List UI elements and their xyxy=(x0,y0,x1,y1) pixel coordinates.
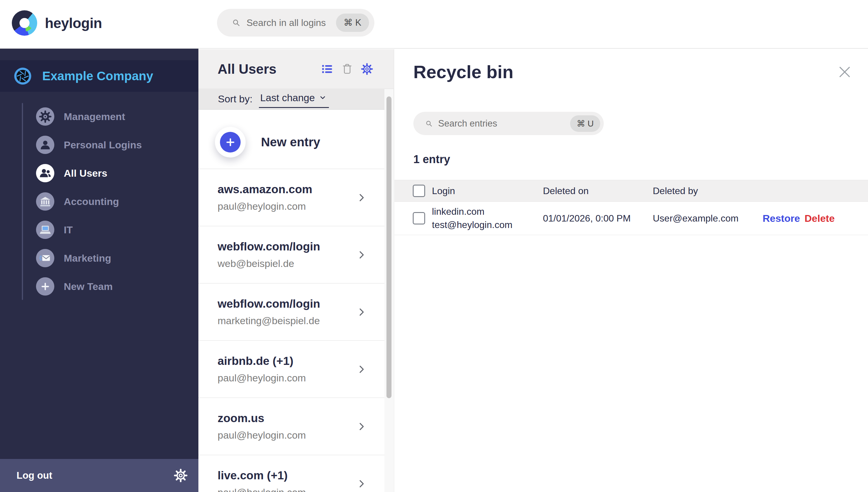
brand-name: heylogin xyxy=(45,15,102,31)
column-deleted-on: Deleted on xyxy=(543,186,653,196)
row-site: linkedin.com xyxy=(432,205,543,218)
sort-label: Sort by: xyxy=(218,93,253,105)
sidebar-item-icon xyxy=(36,164,54,182)
top-header: heylogin Search in all logins ⌘ K xyxy=(0,0,868,49)
recycle-search-placeholder: Search entries xyxy=(438,118,570,129)
heylogin-app: heylogin Search in all logins ⌘ K Exampl… xyxy=(0,0,868,492)
sidebar-item[interactable]: Accounting xyxy=(0,187,198,216)
sidebar-item[interactable]: Marketing xyxy=(0,244,198,272)
sidebar-item[interactable]: Management xyxy=(0,102,198,131)
trash-icon[interactable] xyxy=(341,63,353,75)
delete-link[interactable]: Delete xyxy=(804,213,868,224)
scrollbar-track[interactable] xyxy=(384,89,394,492)
team-menu: Management Personal Logins All Users Acc… xyxy=(0,102,198,300)
sidebar-item-label: Management xyxy=(64,111,125,122)
login-entry[interactable]: webflow.com/login marketing@beispiel.de xyxy=(198,283,385,340)
deleted-on-cell: 01/01/2026, 0:00 PM xyxy=(543,213,653,224)
company-switcher[interactable]: Example Company xyxy=(0,60,198,92)
panel-actions xyxy=(321,63,373,75)
sort-bar: Sort by: Last change xyxy=(198,89,394,110)
row-checkbox[interactable] xyxy=(413,212,425,224)
login-entry[interactable]: live.com (+1) paul@heylogin.com xyxy=(198,455,385,492)
search-icon xyxy=(425,119,433,128)
logins-panel-header: All Users xyxy=(198,49,394,89)
panel-title: All Users xyxy=(217,61,276,77)
sidebar-item-icon xyxy=(36,136,54,154)
brand[interactable]: heylogin xyxy=(12,10,102,36)
company-name: Example Company xyxy=(42,69,153,83)
login-entry[interactable]: aws.amazon.com paul@heylogin.com xyxy=(198,169,385,226)
sort-value: Last change xyxy=(260,92,315,103)
close-icon[interactable] xyxy=(837,64,853,80)
entries: aws.amazon.com paul@heylogin.com webflow… xyxy=(198,169,385,492)
sidebar-item[interactable]: All Users xyxy=(0,159,198,187)
global-search-input[interactable]: Search in all logins ⌘ K xyxy=(217,9,374,36)
sidebar-item-label: Personal Logins xyxy=(64,139,142,151)
table-body: linkedin.com test@heylogin.com 01/01/202… xyxy=(395,202,868,235)
sidebar-item-icon xyxy=(36,277,54,296)
row-user: test@heylogin.com xyxy=(432,218,543,231)
recycle-search-input[interactable]: Search entries ⌘ U xyxy=(413,112,604,135)
column-login: Login xyxy=(432,186,543,196)
chevron-right-icon xyxy=(356,307,367,317)
chevron-right-icon xyxy=(356,421,367,432)
company-avatar-icon xyxy=(14,67,31,85)
heylogin-logo-icon xyxy=(12,10,37,36)
chevron-right-icon xyxy=(356,192,367,203)
table-row: linkedin.com test@heylogin.com 01/01/202… xyxy=(395,202,868,235)
login-entry[interactable]: webflow.com/login web@beispiel.de xyxy=(198,226,385,283)
new-entry-plus-icon xyxy=(215,127,245,157)
sidebar-item-label: Marketing xyxy=(64,252,111,264)
chevron-down-icon xyxy=(319,94,327,101)
gear-icon[interactable] xyxy=(361,63,373,75)
new-entry-button[interactable]: New entry xyxy=(198,110,385,169)
list-view-icon[interactable] xyxy=(321,63,334,75)
login-entry[interactable]: airbnb.de (+1) paul@heylogin.com xyxy=(198,340,385,398)
select-all-checkbox[interactable] xyxy=(413,184,425,197)
chevron-right-icon xyxy=(356,364,367,375)
recycle-search-shortcut-badge: ⌘ U xyxy=(570,115,600,132)
deleted-by-cell: User@example.com xyxy=(653,213,763,224)
sidebar-item-icon xyxy=(36,192,54,211)
logout-button[interactable]: Log out xyxy=(17,470,52,481)
column-deleted-by: Deleted by xyxy=(653,186,763,196)
sidebar-item-icon xyxy=(36,249,54,267)
page-title: Recycle bin xyxy=(413,62,513,82)
logout-bar: Log out xyxy=(0,459,198,492)
settings-gear-icon[interactable] xyxy=(173,468,188,483)
sort-select[interactable]: Last change xyxy=(259,90,329,108)
recycle-bin-panel: Recycle bin Search entries ⌘ U 1 entry L… xyxy=(395,49,868,492)
restore-link[interactable]: Restore xyxy=(763,213,804,224)
sidebar-item-icon xyxy=(36,221,54,239)
new-entry-label: New entry xyxy=(261,135,320,149)
login-cell: linkedin.com test@heylogin.com xyxy=(432,205,543,231)
sidebar-item-icon xyxy=(36,107,54,126)
sidebar-item[interactable]: New Team xyxy=(0,272,198,300)
sidebar-item[interactable]: IT xyxy=(0,216,198,244)
sidebar-item-label: New Team xyxy=(64,281,113,292)
search-icon xyxy=(231,18,241,28)
login-list: New entry aws.amazon.com paul@heylogin.c… xyxy=(198,110,385,492)
global-search-placeholder: Search in all logins xyxy=(247,18,336,28)
scrollbar-thumb[interactable] xyxy=(386,96,392,398)
login-entry[interactable]: zoom.us paul@heylogin.com xyxy=(198,398,385,455)
sidebar-item-label: All Users xyxy=(64,168,107,179)
search-shortcut-badge: ⌘ K xyxy=(336,14,369,32)
entry-count: 1 entry xyxy=(413,153,450,166)
sidebar-item-label: IT xyxy=(64,224,73,236)
logins-panel: All Users Sort by: Last change New entry xyxy=(198,49,394,492)
table-header: Login Deleted on Deleted by xyxy=(395,180,868,202)
sidebar-item-label: Accounting xyxy=(64,196,119,207)
chevron-right-icon xyxy=(356,249,367,260)
sidebar: Example Company Management Personal Logi… xyxy=(0,49,198,492)
chevron-right-icon xyxy=(356,478,367,489)
sidebar-item[interactable]: Personal Logins xyxy=(0,131,198,159)
